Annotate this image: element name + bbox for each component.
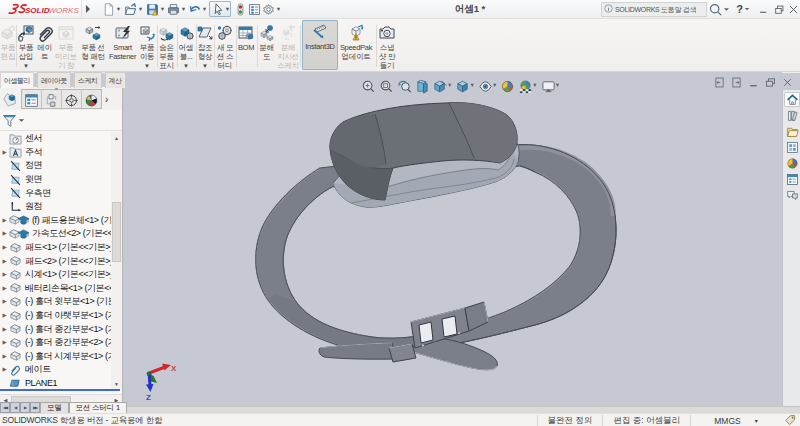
view-settings-dropdown-arrow[interactable]: ▼ xyxy=(555,82,560,88)
sketch-entities-button[interactable] xyxy=(233,1,248,17)
expand-arrow[interactable]: ▶ xyxy=(0,352,9,361)
options-gear-button[interactable] xyxy=(261,1,276,17)
expand-arrow[interactable]: ▶ xyxy=(0,284,9,293)
appearances-scenes-icon[interactable] xyxy=(784,156,800,171)
rollback-bar[interactable] xyxy=(0,389,120,391)
ribbon-instant3d-button[interactable]: Instant3D xyxy=(302,20,338,70)
zoom-area-icon[interactable] xyxy=(379,79,392,92)
tab-스케치[interactable]: 스케치 xyxy=(74,72,102,88)
ribbon-smart-fastener-button[interactable]: Smart Fastener xyxy=(107,22,138,71)
ribbon-insert-component-button[interactable]: 부품 삽입▼ xyxy=(17,22,35,71)
motion-nav-prev[interactable]: ◀ xyxy=(10,402,20,413)
expand-arrow[interactable]: ▶ xyxy=(0,148,9,157)
tab-계산[interactable]: 계산 xyxy=(105,72,126,88)
expand-arrow[interactable]: ▶ xyxy=(0,338,9,347)
help-button[interactable]: ? xyxy=(735,1,751,17)
vscroll-thumb[interactable] xyxy=(112,202,121,262)
print-document-button[interactable] xyxy=(166,1,181,17)
help-search-box[interactable]: SOLIDWORKS 도움말 검색 xyxy=(601,2,707,17)
tree-item[interactable]: 우측면 xyxy=(0,186,112,200)
open-document-dropdown-arrow[interactable]: ▼ xyxy=(137,1,144,17)
print-document-dropdown-arrow[interactable]: ▼ xyxy=(180,1,187,17)
ribbon-snapshot-button[interactable]: 스냅 샷 만 들기 xyxy=(377,22,397,71)
dropdown-arrow-icon[interactable]: ▼ xyxy=(183,63,189,69)
tree-item[interactable]: 센서 xyxy=(0,132,112,146)
tree-item[interactable]: 윗면 xyxy=(0,173,112,187)
expand-arrow[interactable]: ▶ xyxy=(0,297,9,306)
ribbon-exploded-view-button[interactable]: 분해 도 xyxy=(258,22,275,71)
tab-레이아웃[interactable]: 레이아웃 xyxy=(37,72,71,88)
annotation-views-icon[interactable] xyxy=(433,79,446,92)
tree-item[interactable]: ▶패드<2> (기본<<기본>_ xyxy=(0,254,112,268)
expand-arrow[interactable]: ▶ xyxy=(0,257,9,266)
previous-view-icon[interactable] xyxy=(397,79,410,92)
apply-scene-dropdown-arrow[interactable]: ▼ xyxy=(532,82,537,88)
filter-dropdown-arrow[interactable] xyxy=(18,117,25,124)
tags-icon[interactable] xyxy=(781,415,800,426)
tab-모델[interactable]: 모델 xyxy=(40,402,69,413)
close-button[interactable] xyxy=(786,1,800,17)
tree-item[interactable]: ▶메이트 xyxy=(0,363,112,377)
ribbon-speedpak-button[interactable]: SpeedPak 업데이트 xyxy=(337,22,375,71)
panel-tabs-expand-chevron[interactable]: › xyxy=(105,94,108,105)
select-cursor-dropdown-arrow[interactable]: ▼ xyxy=(224,1,231,17)
section-view-icon[interactable] xyxy=(415,79,428,92)
display-style-icon[interactable] xyxy=(455,79,468,92)
apply-scene-icon[interactable] xyxy=(518,79,531,92)
tree-item[interactable]: ▶패드<1> (기본<<기본>_ xyxy=(0,241,112,255)
ribbon-move-component-button[interactable]: 부품 이동▼ xyxy=(138,22,156,71)
options-gear-dropdown-arrow[interactable]: ▼ xyxy=(275,1,282,17)
tree-vertical-scrollbar[interactable]: ▲ ▼ xyxy=(111,132,122,389)
tree-item[interactable]: ▶(f) 패드용본체<1> (기본< xyxy=(0,214,112,228)
dropdown-arrow-icon[interactable]: ▼ xyxy=(202,63,208,69)
dropdown-arrow-icon[interactable]: ▼ xyxy=(90,63,96,69)
tab-dimxpertmanager[interactable] xyxy=(62,90,82,110)
hide-show-items-dropdown-arrow[interactable]: ▼ xyxy=(492,82,497,88)
scroll-down-arrow[interactable]: ▼ xyxy=(111,378,122,389)
file-explorer-icon[interactable] xyxy=(784,124,800,139)
motion-nav-next[interactable]: ▶ xyxy=(20,402,30,413)
tree-item[interactable]: PLANE1 xyxy=(0,377,112,389)
tree-item[interactable]: ▶(-) 홀더 중간부분<1> (기 xyxy=(0,322,112,336)
doc-close-button[interactable] xyxy=(779,75,796,89)
edit-appearance-icon[interactable] xyxy=(500,79,513,92)
expand-arrow[interactable]: ▶ xyxy=(0,216,9,225)
dropdown-arrow-icon[interactable]: ▼ xyxy=(144,63,150,69)
expand-arrow[interactable]: ▶ xyxy=(0,311,9,320)
ribbon-reference-geometry-button[interactable]: 참조 형상▼ xyxy=(197,22,213,71)
menu-expand-arrow[interactable] xyxy=(84,1,92,17)
tab-displaymanager[interactable] xyxy=(82,90,101,110)
doc-minimize-button[interactable] xyxy=(745,75,762,89)
tab-propertymanager[interactable] xyxy=(22,90,42,110)
expand-arrow[interactable]: ▶ xyxy=(0,365,9,374)
view-palette-icon[interactable] xyxy=(784,140,800,155)
scroll-up-arrow[interactable]: ▲ xyxy=(111,132,122,143)
rebuild-options-button[interactable] xyxy=(247,1,262,17)
ribbon-mate-button[interactable]: 메이 트 xyxy=(36,22,53,71)
zoom-fit-icon[interactable] xyxy=(361,79,374,92)
tab-모션-스터디-1[interactable]: 모션 스터디 1 xyxy=(69,402,127,413)
new-document-dropdown-arrow[interactable]: ▼ xyxy=(115,1,122,17)
motion-nav-last[interactable]: ▶▶ xyxy=(30,402,40,413)
tree-item[interactable]: ▶(-) 홀더 아랫부분<1> (기 xyxy=(0,309,112,323)
tree-item[interactable]: ▶배터리손목<1> (기본<< xyxy=(0,282,112,296)
ribbon-show-hidden-button[interactable]: 숨은 부품 표시 xyxy=(158,22,175,71)
tree-item[interactable]: 원점 xyxy=(0,200,112,214)
ribbon-motion-study-button[interactable]: 새 모 션 스 터디 xyxy=(215,22,235,71)
motion-nav-first[interactable]: ◀◀ xyxy=(0,402,10,413)
undo-dropdown-arrow[interactable]: ▼ xyxy=(201,1,208,17)
tree-item[interactable]: 정면 xyxy=(0,159,112,173)
tree-item[interactable]: ▶(-) 홀더 시계부분<1> (기 xyxy=(0,350,112,364)
undo-button[interactable] xyxy=(187,1,202,17)
solidworks-forum-icon[interactable] xyxy=(784,188,800,203)
design-library-icon[interactable] xyxy=(784,108,800,123)
annotation-views-dropdown-arrow[interactable]: ▼ xyxy=(447,82,452,88)
tab-featuremanager[interactable] xyxy=(0,89,19,109)
tree-item[interactable]: ▶주석 xyxy=(0,146,112,160)
tab-configurationmanager[interactable] xyxy=(42,90,62,110)
graphics-viewport[interactable]: X Z ▼▼▼▼▼ xyxy=(123,72,782,406)
tree-item[interactable]: ▶시계<1> (기본<<기본>_ xyxy=(0,268,112,282)
doc-next-window-button[interactable] xyxy=(728,75,745,89)
expand-arrow[interactable]: ▶ xyxy=(0,270,9,279)
tree-item[interactable]: ▶(-) 홀더 윗부분<1> (기본 xyxy=(0,295,112,309)
